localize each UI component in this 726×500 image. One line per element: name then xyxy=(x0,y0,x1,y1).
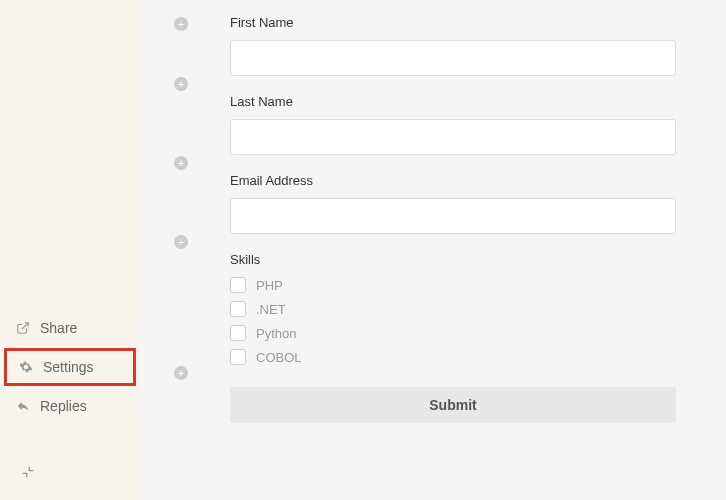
field-label: First Name xyxy=(230,15,676,30)
email-input[interactable] xyxy=(230,198,676,234)
submit-wrapper: + Submit xyxy=(230,383,676,423)
sidebar-item-label: Replies xyxy=(40,398,87,414)
sidebar-item-settings[interactable]: Settings xyxy=(4,348,136,386)
checkbox-python[interactable] xyxy=(230,325,246,341)
checkbox-item: Python xyxy=(230,325,676,341)
checkbox-item: PHP xyxy=(230,277,676,293)
skills-checkbox-group: PHP .NET Python COBOL xyxy=(230,277,676,365)
reply-icon xyxy=(16,399,30,413)
field-label: Email Address xyxy=(230,173,676,188)
external-link-icon xyxy=(16,321,30,335)
add-field-button[interactable]: + xyxy=(174,366,188,380)
add-field-button[interactable]: + xyxy=(174,156,188,170)
checkbox-label: COBOL xyxy=(256,350,302,365)
field-label: Last Name xyxy=(230,94,676,109)
sidebar-item-share[interactable]: Share xyxy=(0,310,140,346)
sidebar-item-label: Settings xyxy=(43,359,94,375)
first-name-input[interactable] xyxy=(230,40,676,76)
field-label: Skills xyxy=(230,252,676,267)
form-builder-main: + First Name + Last Name + Email Address… xyxy=(140,0,726,500)
sidebar-item-label: Share xyxy=(40,320,77,336)
checkbox-cobol[interactable] xyxy=(230,349,246,365)
checkbox-item: COBOL xyxy=(230,349,676,365)
sidebar-item-replies[interactable]: Replies xyxy=(0,388,140,424)
form-field-email: + Email Address xyxy=(230,173,676,234)
checkbox-label: PHP xyxy=(256,278,283,293)
form-field-skills: + Skills PHP .NET Python COBOL xyxy=(230,252,676,365)
checkbox-item: .NET xyxy=(230,301,676,317)
svg-line-0 xyxy=(22,323,28,329)
form-field-first-name: + First Name xyxy=(230,15,676,76)
checkbox-label: .NET xyxy=(256,302,286,317)
add-field-button[interactable]: + xyxy=(174,17,188,31)
checkbox-label: Python xyxy=(256,326,296,341)
form-field-last-name: + Last Name xyxy=(230,94,676,155)
add-field-button[interactable]: + xyxy=(174,77,188,91)
add-field-button[interactable]: + xyxy=(174,235,188,249)
gear-icon xyxy=(19,360,33,374)
submit-button[interactable]: Submit xyxy=(230,387,676,423)
collapse-icon[interactable] xyxy=(20,464,36,480)
last-name-input[interactable] xyxy=(230,119,676,155)
checkbox-php[interactable] xyxy=(230,277,246,293)
sidebar: Share Settings Replies xyxy=(0,0,140,500)
checkbox-dotnet[interactable] xyxy=(230,301,246,317)
